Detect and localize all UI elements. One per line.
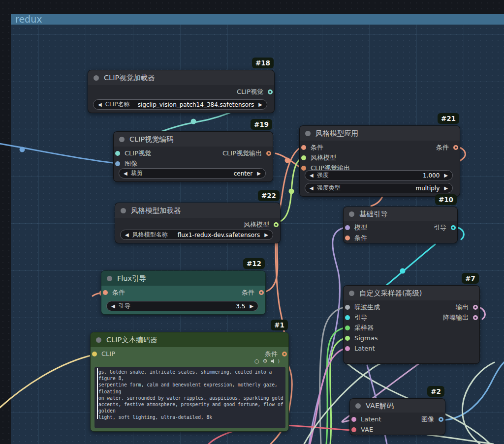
- collapse-dot[interactable]: [349, 291, 354, 296]
- input-dot[interactable]: [351, 427, 356, 432]
- speaker-icon[interactable]: [271, 359, 276, 364]
- input-slot-噪波生成[interactable]: 噪波生成: [344, 302, 380, 312]
- link-midpoint-dot[interactable]: [191, 119, 196, 124]
- widget-arrow-left-icon[interactable]: ◀: [310, 183, 314, 193]
- input-dot[interactable]: [103, 290, 108, 295]
- widget-arrow-right-icon[interactable]: ▶: [257, 169, 261, 178]
- input-dot[interactable]: [345, 326, 350, 330]
- output-dot[interactable]: [266, 151, 271, 156]
- node-vae-decode[interactable]: VAE解码LatentVAE图像: [349, 398, 445, 435]
- widget-arrow-left-icon[interactable]: ◀: [125, 230, 129, 239]
- input-slot-CLIP[interactable]: CLIP: [91, 349, 115, 359]
- link-midpoint-dot[interactable]: [285, 158, 290, 163]
- output-dot[interactable]: [473, 305, 478, 310]
- widget-arrow-left-icon[interactable]: ◀: [98, 100, 102, 109]
- gear-icon[interactable]: ⚙: [263, 358, 268, 364]
- output-slot-CLIP视觉[interactable]: CLIP视觉: [237, 87, 274, 97]
- output-slot-引导[interactable]: 引导: [434, 223, 457, 233]
- widget-clip-vision-loader-0[interactable]: ◀CLIP名称sigclip_vision_patch14_384.safete…: [93, 99, 267, 110]
- output-slot-条件[interactable]: 条件: [436, 143, 460, 152]
- output-dot[interactable]: [259, 290, 264, 295]
- input-dot[interactable]: [345, 346, 350, 351]
- collapse-dot[interactable]: [107, 276, 112, 281]
- node-clip-vision-encode-titlebar[interactable]: CLIP视觉编码: [114, 132, 273, 147]
- node-graph-canvas[interactable]: redux CLIP视觉加载器CLIP视觉◀CLIP名称sigclip_visi…: [0, 0, 504, 444]
- output-slot-条件[interactable]: 条件: [242, 288, 265, 297]
- input-dot[interactable]: [301, 166, 306, 171]
- widget-arrow-left-icon[interactable]: ◀: [310, 171, 314, 180]
- widget-style-model-apply-1[interactable]: ◀强度类型multiply▶: [305, 183, 453, 193]
- link-midpoint-dot[interactable]: [400, 268, 406, 274]
- node-sampler-custom-advanced-titlebar[interactable]: 自定义采样器(高级): [344, 286, 479, 300]
- input-slot-Sigmas[interactable]: Sigmas: [344, 333, 378, 343]
- node-style-model-loader[interactable]: 风格模型加载器风格模型◀风格模型名称flux1-redux-dev.safete…: [115, 203, 281, 243]
- node-basic-guider[interactable]: 基础引导模型条件引导: [343, 207, 458, 243]
- node-flux-guidance[interactable]: Flux引导条件条件◀引导3.5▶: [101, 270, 266, 315]
- node-style-model-apply[interactable]: 风格模型应用条件风格模型CLIP视觉输出条件◀强度1.000▶◀强度类型mult…: [299, 125, 460, 197]
- collapse-dot[interactable]: [94, 75, 99, 81]
- input-dot[interactable]: [345, 305, 350, 310]
- input-slot-图像[interactable]: 图像: [114, 159, 137, 169]
- link-image-2-offscreen[interactable]: [445, 361, 504, 420]
- input-slot-VAE[interactable]: VAE: [350, 425, 373, 435]
- node-vae-decode-titlebar[interactable]: VAE解码: [350, 399, 445, 413]
- input-slot-条件[interactable]: 条件: [101, 288, 125, 297]
- input-dot[interactable]: [301, 145, 306, 150]
- link-sage-c[interactable]: [462, 362, 494, 444]
- input-slot-模型[interactable]: 模型: [344, 223, 367, 233]
- input-slot-Latent[interactable]: Latent: [350, 414, 381, 424]
- input-slot-引导[interactable]: 引导: [344, 313, 367, 323]
- node-clip-vision-loader-titlebar[interactable]: CLIP视觉加载器: [88, 70, 274, 85]
- widget-style-model-apply-0[interactable]: ◀强度1.000▶: [305, 170, 453, 180]
- input-dot[interactable]: [345, 225, 350, 230]
- collapse-dot[interactable]: [305, 131, 311, 136]
- input-dot[interactable]: [345, 336, 350, 341]
- widget-arrow-right-icon[interactable]: ▶: [258, 100, 262, 109]
- output-dot[interactable]: [451, 225, 456, 230]
- output-dot[interactable]: [453, 145, 458, 150]
- collapse-dot[interactable]: [355, 403, 361, 409]
- input-dot[interactable]: [345, 236, 350, 240]
- input-dot[interactable]: [351, 417, 356, 422]
- output-slot-风格模型[interactable]: 风格模型: [244, 220, 280, 230]
- node-style-model-loader-titlebar[interactable]: 风格模型加载器: [115, 203, 280, 218]
- input-slot-CLIP视觉[interactable]: CLIP视觉: [114, 148, 151, 158]
- widget-arrow-right-icon[interactable]: ▶: [264, 230, 268, 239]
- node-clip-vision-loader[interactable]: CLIP视觉加载器CLIP视觉◀CLIP名称sigclip_vision_pat…: [88, 70, 275, 113]
- input-slot-Latent[interactable]: Latent: [344, 344, 375, 354]
- widget-flux-guidance-0[interactable]: ◀引导3.5▶: [106, 301, 258, 311]
- circle-icon[interactable]: ○: [254, 358, 259, 364]
- input-dot[interactable]: [301, 155, 306, 160]
- input-dot[interactable]: [115, 161, 120, 166]
- widget-arrow-left-icon[interactable]: ◀: [111, 301, 115, 311]
- node-clip-text-encode[interactable]: CLIP文本编码器CLIP条件○⚙)gs, Golden snake, intr…: [90, 332, 289, 432]
- link-sage-d[interactable]: [427, 435, 493, 444]
- output-dot[interactable]: [282, 352, 287, 356]
- output-slot-条件[interactable]: 条件: [265, 349, 288, 359]
- node-clip-text-encode-titlebar[interactable]: CLIP文本编码器: [91, 332, 288, 347]
- widget-arrow-right-icon[interactable]: ▶: [250, 301, 253, 311]
- node-basic-guider-titlebar[interactable]: 基础引导: [344, 207, 457, 221]
- widget-clip-vision-encode-0[interactable]: ◀裁剪center▶: [119, 168, 266, 178]
- widget-style-model-loader-0[interactable]: ◀风格模型名称flux1-redux-dev.safetensors▶: [120, 230, 273, 240]
- link-guider-out-stub-10[interactable]: [457, 227, 464, 239]
- link-midpoint-dot[interactable]: [289, 189, 294, 194]
- input-dot[interactable]: [345, 315, 350, 320]
- input-dot[interactable]: [115, 151, 120, 156]
- output-dot[interactable]: [473, 315, 478, 320]
- input-dot[interactable]: [92, 352, 97, 356]
- output-slot-输出[interactable]: 输出: [456, 302, 479, 312]
- widget-arrow-right-icon[interactable]: ▶: [444, 171, 448, 180]
- collapse-dot[interactable]: [349, 211, 354, 217]
- node-style-model-apply-titlebar[interactable]: 风格模型应用: [300, 126, 460, 141]
- prompt-textarea[interactable]: gs, Golden snake, intricate scales, shim…: [94, 367, 285, 428]
- input-slot-采样器[interactable]: 采样器: [344, 323, 374, 333]
- widget-arrow-left-icon[interactable]: ◀: [124, 169, 127, 178]
- link-clip-offscreen-1[interactable]: [0, 355, 95, 411]
- output-dot[interactable]: [274, 222, 279, 227]
- output-slot-降噪输出[interactable]: 降噪输出: [443, 313, 479, 323]
- input-slot-风格模型[interactable]: 风格模型: [300, 153, 336, 163]
- widget-arrow-right-icon[interactable]: ▶: [444, 183, 448, 193]
- node-sampler-custom-advanced[interactable]: 自定义采样器(高级)噪波生成引导采样器SigmasLatent输出降噪输出: [343, 285, 480, 364]
- input-slot-条件[interactable]: 条件: [300, 143, 323, 152]
